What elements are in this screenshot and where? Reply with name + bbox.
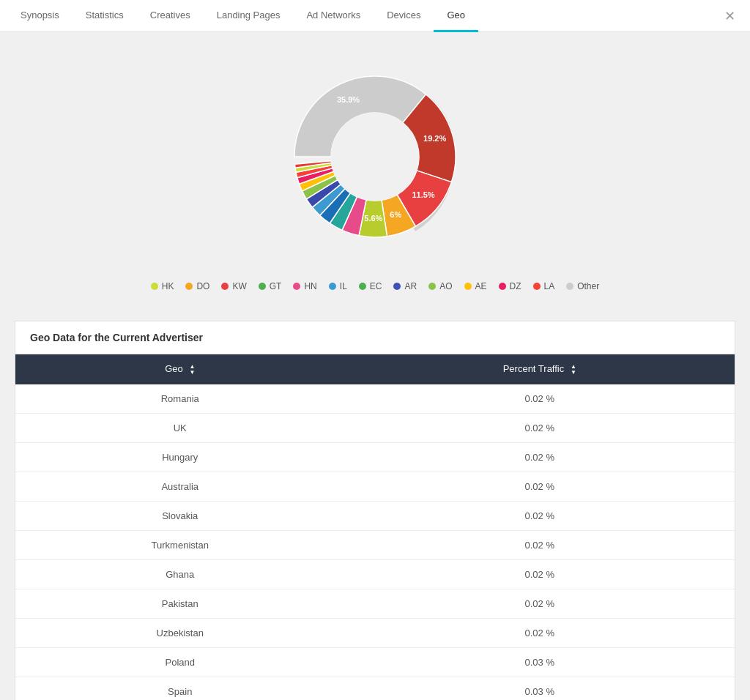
col-percent-traffic[interactable]: Percent Traffic ▲ ▼ [344,354,735,384]
legend-dot-ae [464,283,472,290]
geo-cell: Turkmenistan [15,530,344,559]
percent-cell: 0.02 % [344,559,735,589]
legend-item-la: LA [533,281,555,291]
col-geo[interactable]: Geo ▲ ▼ [15,354,344,384]
tab-landing-pages[interactable]: Landing Pages [204,0,294,32]
legend-item-hk: HK [151,281,174,291]
tab-bar: Synopsis Statistics Creatives Landing Pa… [0,0,750,32]
legend-dot-kw [221,283,229,290]
table-title: Geo Data for the Current Advertiser [15,321,735,354]
percent-cell: 0.03 % [344,647,735,677]
table-row: Ghana 0.02 % [15,559,735,589]
legend-dot-il [329,283,336,290]
percent-cell: 0.02 % [344,530,735,559]
legend-item-il: IL [329,281,347,291]
legend-item-gt: GT [259,281,282,291]
chart-container: 35.9%19.2%11.5%6%5.6% HK DO KW [15,40,735,306]
legend-dot-hn [293,283,300,290]
legend-item-ec: EC [359,281,382,291]
legend-item-kw: KW [221,281,246,291]
tab-statistics[interactable]: Statistics [73,0,137,32]
geo-table: Geo ▲ ▼ Percent Traffic ▲ ▼ [15,354,735,700]
percent-sort-icons[interactable]: ▲ ▼ [571,364,576,376]
geo-cell: Ghana [15,559,344,589]
legend-dot-la [533,283,541,290]
legend-item-do: DO [185,281,209,291]
percent-cell: 0.02 % [344,384,735,414]
legend-item-other: Other [566,281,599,291]
percent-cell: 0.02 % [344,472,735,501]
svg-text:5.6%: 5.6% [364,214,382,223]
svg-text:35.9%: 35.9% [337,95,360,104]
legend-dot-other [566,283,573,290]
legend-dot-ec [359,283,366,290]
table-header-row: Geo ▲ ▼ Percent Traffic ▲ ▼ [15,354,735,384]
donut-chart: 35.9%19.2%11.5%6%5.6% [272,54,478,259]
donut-center [331,113,419,201]
table-row: Romania 0.02 % [15,384,735,414]
svg-text:6%: 6% [390,210,401,219]
geo-cell: Australia [15,472,344,501]
geo-cell: UK [15,413,344,442]
svg-text:11.5%: 11.5% [412,190,434,199]
percent-cell: 0.02 % [344,442,735,472]
geo-cell: Romania [15,384,344,414]
legend-item-hn: HN [293,281,316,291]
percent-cell: 0.02 % [344,413,735,442]
table-row: Pakistan 0.02 % [15,589,735,618]
table-row: Spain 0.03 % [15,677,735,700]
tab-ad-networks[interactable]: Ad Networks [293,0,374,32]
geo-cell: Poland [15,647,344,677]
geo-cell: Slovakia [15,501,344,530]
percent-cell: 0.02 % [344,618,735,647]
page-wrapper: Synopsis Statistics Creatives Landing Pa… [0,0,750,700]
legend-dot-ao [428,283,436,290]
geo-cell: Uzbekistan [15,618,344,647]
legend-dot-dz [499,283,506,290]
legend-item-dz: DZ [499,281,521,291]
svg-text:19.2%: 19.2% [423,134,446,143]
table-row: Turkmenistan 0.02 % [15,530,735,559]
legend-dot-do [185,283,193,290]
legend-dot-hk [151,283,158,290]
legend-item-ao: AO [428,281,452,291]
percent-cell: 0.03 % [344,677,735,700]
legend-item-ae: AE [464,281,487,291]
geo-table-body: Romania 0.02 % UK 0.02 % Hungary 0.02 % … [15,384,735,700]
tab-synopsis[interactable]: Synopsis [7,0,73,32]
main-content: 35.9%19.2%11.5%6%5.6% HK DO KW [0,32,750,700]
tab-creatives[interactable]: Creatives [137,0,204,32]
table-row: Hungary 0.02 % [15,442,735,472]
tab-devices[interactable]: Devices [374,0,434,32]
geo-cell: Pakistan [15,589,344,618]
table-row: UK 0.02 % [15,413,735,442]
table-row: Poland 0.03 % [15,647,735,677]
table-row: Slovakia 0.02 % [15,501,735,530]
chart-legend: HK DO KW GT HN [136,274,614,299]
percent-cell: 0.02 % [344,501,735,530]
table-row: Uzbekistan 0.02 % [15,618,735,647]
geo-cell: Hungary [15,442,344,472]
legend-dot-ar [393,283,401,290]
legend-dot-gt [259,283,266,290]
close-button[interactable]: ✕ [717,8,743,24]
geo-cell: Spain [15,677,344,700]
geo-table-section: Geo Data for the Current Advertiser Geo … [15,321,735,700]
table-row: Australia 0.02 % [15,472,735,501]
tab-geo[interactable]: Geo [434,0,478,32]
geo-sort-icons[interactable]: ▲ ▼ [189,364,195,376]
legend-item-ar: AR [393,281,417,291]
percent-cell: 0.02 % [344,589,735,618]
